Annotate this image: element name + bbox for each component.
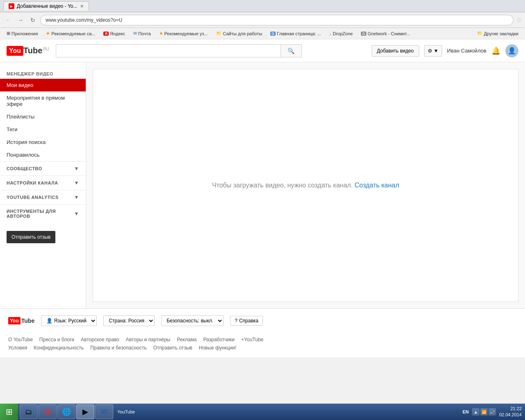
help-icon: ? [235,318,237,324]
sidebar-item-search-history[interactable]: История поиска [0,136,86,148]
search-bar: 🔍 [56,44,302,57]
footer-logo-tube: Tube [21,317,34,324]
analytics-section-header[interactable]: YOUTUBE ANALYTICS ▼ [0,190,86,204]
search-input[interactable] [56,44,281,57]
folder-icon: 📁 [216,31,222,36]
author-tools-label: ИНСТРУМЕНТЫ ДЛЯ АВТОРОВ [7,209,74,219]
bookmark-gnetwork[interactable]: G Gnetwork - Снимит... [358,30,413,37]
avatar-icon: 👤 [508,47,516,55]
yandex-icon: Я [103,32,108,36]
community-section-header[interactable]: СООБЩЕСТВО ▼ [0,161,86,176]
empty-state-message: Чтобы загружать видео, нужно создать кан… [212,182,399,189]
author-tools-section-header[interactable]: ИНСТРУМЕНТЫ ДЛЯ АВТОРОВ ▼ [0,204,86,223]
language-select[interactable]: 👤 Язык: Русский [41,315,97,326]
footer-link-terms[interactable]: Условия [8,345,27,351]
other-bookmarks-icon: 📁 [477,31,483,36]
logo-tube-text: Tube [23,46,42,55]
notification-bell-icon[interactable]: 🔔 [491,46,500,55]
footer-link-creators[interactable]: Авторы и партнёры [126,337,171,342]
feedback-button[interactable]: Отправить отзыв [7,231,55,243]
footer-link-copyright[interactable]: Авторское право [81,337,119,342]
add-video-button[interactable]: Добавить видео [372,45,419,57]
bookmark-apps[interactable]: ⊞ Приложения [3,30,41,37]
channel-settings-chevron-icon: ▼ [74,180,79,186]
browser-titlebar: ▶ Добавленные видео - Yo... ✕ [0,0,525,12]
back-button[interactable]: ← [3,15,13,25]
mail-icon: ✉ [133,31,137,36]
safety-select[interactable]: Безопасность: выкл. [161,315,224,326]
footer-link-privacy[interactable]: Конфиденциальность [34,345,84,351]
analytics-label: YOUTUBE ANALYTICS [7,195,59,200]
footer-link-safety[interactable]: Правила и безопасность [90,345,147,351]
channel-settings-label: НАСТРОЙКИ КАНАЛА [7,180,58,185]
sidebar-item-tags[interactable]: Теги [0,123,86,136]
channel-settings-section-header[interactable]: НАСТРОЙКИ КАНАЛА ▼ [0,176,86,190]
forward-button[interactable]: → [16,15,25,25]
apps-icon: ⊞ [7,31,10,36]
footer-logo[interactable]: You Tube [8,317,34,324]
header-right: Добавить видео ⚙ ▼ Иван Самойлов 🔔 👤 [372,44,518,57]
tab-close-button[interactable]: ✕ [80,4,84,9]
sidebar: МЕНЕДЖЕР ВИДЕО Мои видео Мероприятия в п… [0,62,86,308]
footer-links-row2: Условия Конфиденциальность Правила и без… [8,345,517,351]
sidebar-item-my-videos[interactable]: Мои видео [0,79,86,91]
youtube-header: You Tube RU 🔍 Добавить видео ⚙ ▼ Иван Са… [0,39,525,62]
author-tools-chevron-icon: ▼ [74,211,79,217]
sidebar-item-liked[interactable]: Понравилось [0,148,86,161]
sidebar-item-playlists[interactable]: Плейлисты [0,110,86,123]
bookmark-other[interactable]: 📁 Другие закладки [474,30,522,37]
star2-icon: ★ [159,31,163,36]
address-bar[interactable] [40,15,514,25]
gnetwork-icon: G [361,32,366,36]
footer-link-press[interactable]: Пресса и блоги [39,337,74,342]
community-chevron-icon: ▼ [74,166,79,171]
sidebar-item-live-events[interactable]: Мероприятия в прямом эфире [0,91,86,110]
footer-link-developers[interactable]: Разработчики [203,337,235,342]
bookmark-yandex[interactable]: Я Яндекс [100,30,128,37]
search-button[interactable]: 🔍 [281,44,302,57]
country-select[interactable]: Страна: Россия [103,315,155,326]
page-body: МЕНЕДЖЕР ВИДЕО Мои видео Мероприятия в п… [0,62,525,308]
community-label: СООБЩЕСТВО [7,166,42,171]
bookmark-recommended2[interactable]: ★ Рекомендуемые уз... [156,30,211,37]
footer-links-row1: О YouTube Пресса и блоги Авторское право… [8,337,517,342]
google-icon: G [270,32,276,36]
help-button[interactable]: ? Справка [230,316,263,326]
bookmark-work-sites[interactable]: 📁 Сайты для работы [213,30,266,37]
refresh-button[interactable]: ↻ [28,15,38,25]
footer-link-about[interactable]: О YouTube [8,337,33,342]
analytics-chevron-icon: ▼ [74,194,79,200]
empty-state-text: Чтобы загружать видео, нужно создать кан… [212,182,353,189]
footer-link-ads[interactable]: Реклама [177,337,196,342]
footer-link-plus[interactable]: +YouTube [241,337,263,342]
user-avatar[interactable]: 👤 [505,44,518,57]
bookmark-home[interactable]: G Главная страница: ... [267,30,324,37]
footer-top: You Tube 👤 Язык: Русский Страна: Россия … [0,308,525,333]
video-manager-title: МЕНЕДЖЕР ВИДЕО [0,69,86,79]
bookmark-recommended1[interactable]: ★ Рекомендуемые са... [43,30,98,37]
logo-you-box: You [7,46,23,56]
tab-title: Добавленные видео - Yo... [17,3,78,9]
footer-logo-box: You [8,317,21,324]
logo-ru-text: RU [43,47,49,51]
footer-links: О YouTube Пресса и блоги Авторское право… [0,333,525,357]
main-content-area: Чтобы загружать видео, нужно создать кан… [93,69,518,302]
browser-toolbar: ← → ↻ ☆ [0,12,525,28]
bookmark-mail[interactable]: ✉ Почта [130,30,154,37]
create-channel-link[interactable]: Создать канал [355,182,399,189]
footer-link-feedback[interactable]: Отправить отзыв [153,345,192,351]
youtube-logo[interactable]: You Tube RU [7,46,49,56]
user-name[interactable]: Иван Самойлов [447,48,486,54]
star-icon: ★ [46,31,50,36]
dropzone-icon: ↓ [329,31,332,36]
tab-favicon: ▶ [9,3,14,9]
bookmarks-bar: ⊞ Приложения ★ Рекомендуемые са... Я Янд… [0,28,525,39]
footer-link-new-features[interactable]: Новые функции! [199,345,237,351]
settings-button[interactable]: ⚙ ▼ [424,45,442,57]
bookmark-dropzone[interactable]: ↓ DropZone [326,30,356,37]
browser-tab[interactable]: ▶ Добавленные видео - Yo... ✕ [3,1,89,11]
bookmark-star-button[interactable]: ☆ [516,16,522,24]
